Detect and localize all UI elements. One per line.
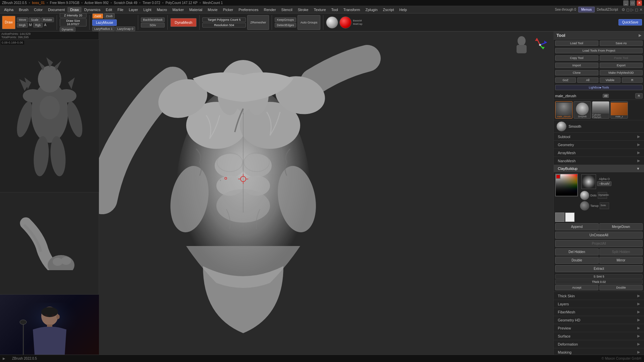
brush-button[interactable]: −Brush/ (597, 181, 611, 186)
target-polygons-value[interactable]: Target Polygons Count 5 (202, 17, 246, 22)
menu-transform[interactable]: Transform (341, 7, 363, 12)
paste-tool-button[interactable]: Paste Tool (600, 55, 643, 61)
double-button[interactable]: Double (555, 257, 599, 264)
make-polymesh-button[interactable]: Make PolyMesh3D (600, 70, 643, 75)
menus-button[interactable]: Menus (578, 7, 595, 12)
export-button[interactable]: Export (600, 63, 643, 68)
detectEdges-button[interactable]: DetectEdges (275, 23, 296, 27)
thick-skin-item[interactable]: Thick Skin ▶ (554, 292, 644, 300)
r-button[interactable]: R (622, 77, 643, 83)
resolution-value[interactable]: Resolution 504 (202, 23, 246, 27)
geometryhd-item[interactable]: Geometry HD ▶ (554, 316, 644, 324)
geometry-item[interactable]: Geometry ▶ (554, 141, 644, 148)
arraymesh-item[interactable]: ArrayMesh ▶ (554, 149, 644, 157)
thick-value[interactable]: Thick 0.02 (555, 280, 643, 284)
subtool-item[interactable]: Subtool ▶ (554, 133, 644, 140)
load-from-project-button[interactable]: Load Tools From Project (555, 48, 643, 53)
zadd-button[interactable]: Zadd (92, 13, 103, 19)
alpha-strip[interactable] (581, 174, 596, 189)
accept-button[interactable]: Accept (555, 285, 598, 290)
lazyradius-button[interactable]: LazyRadius 1 (92, 26, 115, 31)
menu-stencil[interactable]: Stencil (279, 7, 295, 12)
mrgb-button[interactable]: Mrgb (17, 23, 28, 27)
left-viewport[interactable]: 0.08-0.168-0.06 (0, 40, 99, 192)
z-intensity-value[interactable]: Z Intensity 20 (60, 13, 87, 18)
delhidden-button[interactable]: Del Hidden (555, 248, 599, 255)
left-bottom-viewport[interactable] (0, 192, 99, 294)
menu-document[interactable]: Document (45, 7, 67, 12)
menu-macro[interactable]: Macro (154, 7, 170, 12)
menu-file[interactable]: File (115, 7, 126, 12)
clone-button[interactable]: Clone (555, 70, 598, 75)
tool-male-z-orange[interactable]: male_z (610, 101, 628, 119)
menu-preferences[interactable]: Preferences (236, 7, 261, 12)
swatch-white[interactable] (565, 213, 575, 222)
scale-button[interactable]: Scale (29, 17, 41, 22)
nanomesh-item[interactable]: NanoMesh ▶ (554, 157, 644, 165)
mirror-button[interactable]: Mirror (599, 257, 643, 264)
fibermesh-item[interactable]: FiberMesh ▶ (554, 308, 644, 316)
uncreaseall-button[interactable]: UnCreaseAll (555, 232, 643, 239)
dynamic-button[interactable]: Dynamic (60, 27, 75, 32)
menu-movie[interactable]: Movie (205, 7, 220, 12)
menu-edit[interactable]: Edit (103, 7, 115, 12)
tool-simpleb[interactable]: SimpleB (574, 101, 591, 119)
rgb-button[interactable]: Rgb (33, 23, 43, 27)
copy-tool-button[interactable]: Copy Tool (555, 55, 598, 61)
backface-mask-button[interactable]: BackfaceMask (141, 17, 165, 22)
save-as-button[interactable]: Save As (600, 41, 643, 46)
surface-item[interactable]: Surface ▶ (554, 332, 644, 340)
autogroups-button[interactable]: Auto Groups (298, 15, 321, 30)
load-tool-button[interactable]: Load Tool (555, 41, 598, 46)
lazymouse-button[interactable]: LazyMouse (92, 19, 117, 26)
menu-zplugin[interactable]: Zplugin (363, 7, 380, 12)
move-button[interactable]: Move (17, 17, 28, 22)
canvas-area[interactable] (99, 32, 553, 355)
zsub-button[interactable]: Zsub (104, 13, 115, 19)
menu-picker[interactable]: Picker (220, 7, 236, 12)
close-button[interactable]: ✕ (637, 0, 642, 6)
menu-draw[interactable]: Draw (67, 7, 82, 12)
sdiv-button[interactable]: SDiv (141, 23, 165, 27)
swatch-gray[interactable] (555, 213, 565, 222)
tanup-circle[interactable] (580, 201, 589, 210)
mergedown-button[interactable]: MergeDown (599, 223, 643, 230)
masking-item[interactable]: Masking ▶ (554, 348, 644, 355)
quicksave-button[interactable]: QuickSave (619, 19, 642, 25)
splithidden-button[interactable]: Split Hidden (599, 248, 643, 255)
ssmt-value[interactable]: S Smt 5 (555, 274, 643, 279)
r-label[interactable]: R (635, 93, 643, 99)
dynamic-box[interactable]: Dynamic (598, 192, 607, 199)
dynamesh-button[interactable]: DynaMesh (170, 18, 197, 27)
keepgroups-button[interactable]: KeepGroups (275, 17, 296, 22)
rotate-button[interactable]: Rotate (41, 17, 54, 22)
preview-item[interactable]: Preview ▶ (554, 324, 644, 332)
menu-help[interactable]: Help (397, 7, 410, 12)
dots-circle[interactable] (580, 191, 589, 200)
tool-cylinder[interactable]: Cylinder PolySph (592, 101, 609, 119)
goz-button[interactable]: GoZ (555, 77, 576, 83)
menu-texture[interactable]: Texture (311, 7, 328, 12)
extract-button[interactable]: Extract (555, 265, 643, 272)
matcap-sphere[interactable] (339, 16, 352, 28)
menu-render[interactable]: Render (261, 7, 279, 12)
zremesher-button[interactable]: ZRemesher (247, 15, 269, 30)
menu-zscript[interactable]: Zscript (380, 7, 397, 12)
menu-material[interactable]: Material (186, 7, 205, 12)
maximize-button[interactable]: □ (630, 0, 635, 6)
menu-dynamics[interactable]: Dynamics (82, 7, 103, 12)
basic-material-sphere[interactable] (326, 16, 338, 28)
deformation-item[interactable]: Deformation ▶ (554, 340, 644, 348)
layers-item[interactable]: Layers ▶ (554, 300, 644, 308)
import-button[interactable]: Import (555, 63, 598, 68)
menu-light[interactable]: Light (141, 7, 154, 12)
all-button[interactable]: All (577, 77, 598, 83)
menu-layer[interactable]: Layer (126, 7, 141, 12)
visible-button[interactable]: Visible (600, 77, 621, 83)
menu-brush[interactable]: Brush (16, 7, 31, 12)
projectall-button[interactable]: ProjectAll (555, 240, 643, 247)
draw-button[interactable]: Draw (2, 16, 15, 29)
smooth-brush-circle[interactable] (556, 121, 567, 131)
menu-color[interactable]: Color (31, 7, 45, 12)
lazysnap-button[interactable]: LazySnap 0 (115, 26, 136, 31)
